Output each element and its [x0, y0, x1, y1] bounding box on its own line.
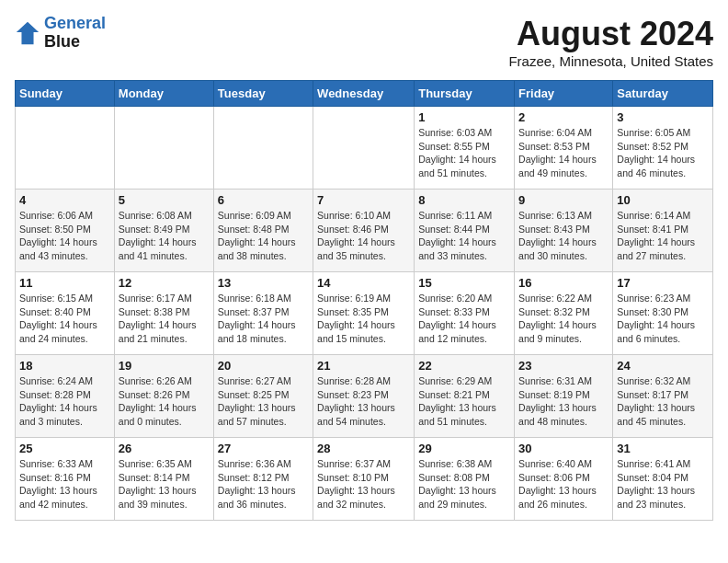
- day-info: Sunrise: 6:14 AM Sunset: 8:41 PM Dayligh…: [617, 209, 709, 263]
- calendar-day-cell: 20Sunrise: 6:27 AM Sunset: 8:25 PM Dayli…: [213, 355, 313, 438]
- calendar-day-cell: 26Sunrise: 6:35 AM Sunset: 8:14 PM Dayli…: [114, 438, 213, 521]
- day-info: Sunrise: 6:33 AM Sunset: 8:16 PM Dayligh…: [19, 457, 110, 511]
- calendar-day-cell: 7Sunrise: 6:10 AM Sunset: 8:46 PM Daylig…: [313, 190, 415, 272]
- day-number: 30: [518, 442, 609, 455]
- calendar-week-row: 18Sunrise: 6:24 AM Sunset: 8:28 PM Dayli…: [16, 355, 713, 438]
- calendar-day-cell: 4Sunrise: 6:06 AM Sunset: 8:50 PM Daylig…: [16, 190, 115, 272]
- day-info: Sunrise: 6:29 AM Sunset: 8:21 PM Dayligh…: [418, 374, 510, 429]
- calendar-header-row: SundayMondayTuesdayWednesdayThursdayFrid…: [16, 81, 713, 107]
- day-number: 28: [317, 442, 410, 455]
- day-number: 21: [317, 359, 410, 373]
- day-number: 8: [418, 193, 510, 207]
- calendar-day-cell: 29Sunrise: 6:38 AM Sunset: 8:08 PM Dayli…: [415, 438, 515, 521]
- day-info: Sunrise: 6:04 AM Sunset: 8:53 PM Dayligh…: [518, 126, 609, 180]
- day-of-week-header: Saturday: [613, 81, 713, 107]
- day-number: 31: [617, 442, 709, 455]
- calendar-subtitle: Frazee, Minnesota, United States: [508, 53, 713, 69]
- calendar-week-row: 25Sunrise: 6:33 AM Sunset: 8:16 PM Dayli…: [16, 438, 713, 521]
- day-number: 17: [617, 276, 709, 290]
- day-number: 4: [19, 193, 110, 207]
- calendar-day-cell: 22Sunrise: 6:29 AM Sunset: 8:21 PM Dayli…: [415, 355, 515, 438]
- day-number: 18: [19, 359, 110, 373]
- day-info: Sunrise: 6:13 AM Sunset: 8:43 PM Dayligh…: [518, 209, 609, 263]
- calendar-day-cell: 21Sunrise: 6:28 AM Sunset: 8:23 PM Dayli…: [313, 355, 415, 438]
- day-of-week-header: Friday: [515, 81, 613, 107]
- day-number: 1: [418, 110, 510, 124]
- calendar-day-cell: 18Sunrise: 6:24 AM Sunset: 8:28 PM Dayli…: [16, 355, 115, 438]
- day-info: Sunrise: 6:17 AM Sunset: 8:38 PM Dayligh…: [119, 292, 210, 346]
- calendar-day-cell: 25Sunrise: 6:33 AM Sunset: 8:16 PM Dayli…: [16, 438, 115, 521]
- day-info: Sunrise: 6:40 AM Sunset: 8:06 PM Dayligh…: [518, 457, 609, 511]
- day-info: Sunrise: 6:15 AM Sunset: 8:40 PM Dayligh…: [19, 292, 110, 346]
- day-of-week-header: Monday: [114, 81, 213, 107]
- calendar-day-cell: 6Sunrise: 6:09 AM Sunset: 8:48 PM Daylig…: [213, 190, 313, 272]
- day-number: 7: [317, 193, 410, 207]
- day-info: Sunrise: 6:28 AM Sunset: 8:23 PM Dayligh…: [317, 374, 410, 429]
- day-number: 22: [418, 359, 510, 373]
- calendar-day-cell: 23Sunrise: 6:31 AM Sunset: 8:19 PM Dayli…: [515, 355, 613, 438]
- day-number: 14: [317, 276, 410, 290]
- calendar-day-cell: 10Sunrise: 6:14 AM Sunset: 8:41 PM Dayli…: [613, 190, 713, 272]
- day-info: Sunrise: 6:18 AM Sunset: 8:37 PM Dayligh…: [218, 292, 309, 346]
- day-info: Sunrise: 6:23 AM Sunset: 8:30 PM Dayligh…: [617, 292, 709, 346]
- calendar-day-cell: [16, 107, 115, 190]
- calendar-day-cell: 13Sunrise: 6:18 AM Sunset: 8:37 PM Dayli…: [213, 272, 313, 355]
- day-of-week-header: Sunday: [16, 81, 115, 107]
- day-number: 9: [518, 193, 609, 207]
- calendar-day-cell: 12Sunrise: 6:17 AM Sunset: 8:38 PM Dayli…: [114, 272, 213, 355]
- calendar-day-cell: 19Sunrise: 6:26 AM Sunset: 8:26 PM Dayli…: [114, 355, 213, 438]
- day-info: Sunrise: 6:11 AM Sunset: 8:44 PM Dayligh…: [418, 209, 510, 263]
- calendar-week-row: 1Sunrise: 6:03 AM Sunset: 8:55 PM Daylig…: [16, 107, 713, 190]
- day-info: Sunrise: 6:37 AM Sunset: 8:10 PM Dayligh…: [317, 457, 410, 511]
- day-of-week-header: Tuesday: [213, 81, 313, 107]
- day-number: 27: [218, 442, 309, 455]
- calendar-day-cell: 9Sunrise: 6:13 AM Sunset: 8:43 PM Daylig…: [515, 190, 613, 272]
- calendar-day-cell: 17Sunrise: 6:23 AM Sunset: 8:30 PM Dayli…: [613, 272, 713, 355]
- day-info: Sunrise: 6:05 AM Sunset: 8:52 PM Dayligh…: [617, 126, 709, 180]
- day-number: 2: [518, 110, 609, 124]
- logo-icon: [15, 20, 40, 46]
- day-number: 11: [19, 276, 110, 290]
- day-number: 15: [418, 276, 510, 290]
- day-info: Sunrise: 6:36 AM Sunset: 8:12 PM Dayligh…: [218, 457, 309, 511]
- day-info: Sunrise: 6:38 AM Sunset: 8:08 PM Dayligh…: [418, 457, 510, 511]
- calendar-day-cell: 27Sunrise: 6:36 AM Sunset: 8:12 PM Dayli…: [213, 438, 313, 521]
- calendar-day-cell: 2Sunrise: 6:04 AM Sunset: 8:53 PM Daylig…: [515, 107, 613, 190]
- calendar-day-cell: 24Sunrise: 6:32 AM Sunset: 8:17 PM Dayli…: [613, 355, 713, 438]
- day-number: 13: [218, 276, 309, 290]
- day-info: Sunrise: 6:31 AM Sunset: 8:19 PM Dayligh…: [518, 374, 609, 429]
- day-info: Sunrise: 6:10 AM Sunset: 8:46 PM Dayligh…: [317, 209, 410, 263]
- day-number: 23: [518, 359, 609, 373]
- day-number: 3: [617, 110, 709, 124]
- day-number: 19: [119, 359, 210, 373]
- calendar-day-cell: 31Sunrise: 6:41 AM Sunset: 8:04 PM Dayli…: [613, 438, 713, 521]
- day-number: 6: [218, 193, 309, 207]
- calendar-day-cell: 16Sunrise: 6:22 AM Sunset: 8:32 PM Dayli…: [515, 272, 613, 355]
- day-info: Sunrise: 6:06 AM Sunset: 8:50 PM Dayligh…: [19, 209, 110, 263]
- day-number: 29: [418, 442, 510, 455]
- day-info: Sunrise: 6:03 AM Sunset: 8:55 PM Dayligh…: [418, 126, 510, 180]
- day-info: Sunrise: 6:22 AM Sunset: 8:32 PM Dayligh…: [518, 292, 609, 346]
- calendar-table: SundayMondayTuesdayWednesdayThursdayFrid…: [15, 80, 713, 521]
- day-info: Sunrise: 6:09 AM Sunset: 8:48 PM Dayligh…: [218, 209, 309, 263]
- calendar-day-cell: 28Sunrise: 6:37 AM Sunset: 8:10 PM Dayli…: [313, 438, 415, 521]
- day-info: Sunrise: 6:27 AM Sunset: 8:25 PM Dayligh…: [218, 374, 309, 429]
- day-number: 16: [518, 276, 609, 290]
- day-info: Sunrise: 6:26 AM Sunset: 8:26 PM Dayligh…: [119, 374, 210, 429]
- calendar-day-cell: 14Sunrise: 6:19 AM Sunset: 8:35 PM Dayli…: [313, 272, 415, 355]
- calendar-day-cell: [313, 107, 415, 190]
- day-number: 26: [119, 442, 210, 455]
- calendar-day-cell: [114, 107, 213, 190]
- logo: General Blue: [15, 15, 106, 52]
- day-number: 20: [218, 359, 309, 373]
- calendar-day-cell: 8Sunrise: 6:11 AM Sunset: 8:44 PM Daylig…: [415, 190, 515, 272]
- title-block: August 2024 Frazee, Minnesota, United St…: [508, 15, 713, 69]
- calendar-day-cell: [213, 107, 313, 190]
- calendar-day-cell: 11Sunrise: 6:15 AM Sunset: 8:40 PM Dayli…: [16, 272, 115, 355]
- calendar-title: August 2024: [508, 15, 713, 53]
- day-of-week-header: Thursday: [415, 81, 515, 107]
- logo-text: General Blue: [44, 15, 106, 52]
- day-info: Sunrise: 6:08 AM Sunset: 8:49 PM Dayligh…: [119, 209, 210, 263]
- calendar-day-cell: 30Sunrise: 6:40 AM Sunset: 8:06 PM Dayli…: [515, 438, 613, 521]
- day-number: 25: [19, 442, 110, 455]
